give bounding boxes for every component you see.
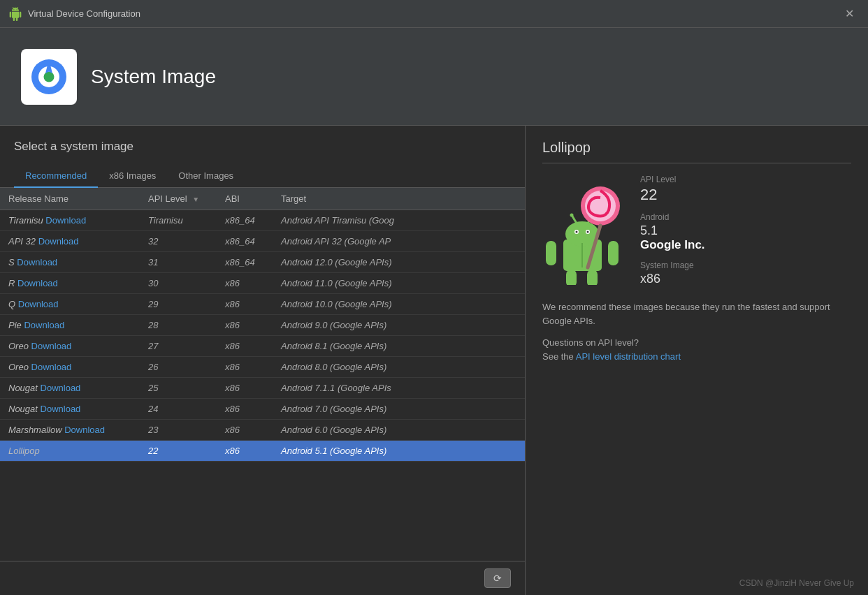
cell-abi: x86 [217, 441, 273, 462]
cell-target: Android 12.0 (Google APIs) [273, 252, 525, 273]
download-link[interactable]: Download [29, 341, 71, 351]
sort-icon: ▼ [192, 196, 199, 203]
cell-abi: x86 [217, 378, 273, 399]
cell-abi: x86_64 [217, 252, 273, 273]
download-link[interactable]: Download [15, 278, 57, 288]
svg-point-8 [587, 230, 589, 233]
close-button[interactable]: ✕ [839, 4, 860, 23]
cell-release-name: API 32 Download [0, 231, 140, 252]
header-logo [21, 49, 77, 105]
cell-target: Android 6.0 (Google APIs) [273, 420, 525, 441]
cell-abi: x86 [217, 420, 273, 441]
svg-point-11 [570, 213, 574, 216]
release-name-text: Nougat [8, 383, 38, 393]
cell-target: Android 7.1.1 (Google APIs [273, 378, 525, 399]
download-link[interactable]: Download [62, 425, 105, 435]
system-image-label: System Image [640, 260, 851, 270]
cell-target: Android 10.0 (Google APIs) [273, 294, 525, 315]
watermark: CSDN @JinziH Never Give Up [739, 578, 854, 588]
tab-x86images[interactable]: x86 Images [98, 165, 167, 188]
cell-release-name: Nougat Download [0, 378, 140, 399]
api-level-link[interactable]: API level distribution chart [576, 351, 681, 362]
tab-otherimages[interactable]: Other Images [167, 165, 245, 188]
cell-abi: x86 [217, 399, 273, 420]
title-bar: Virtual Device Configuration ✕ [0, 0, 868, 28]
api-question-text: Questions on API level? See the API leve… [542, 336, 851, 363]
download-link[interactable]: Download [15, 257, 57, 267]
cell-api-level: 24 [140, 399, 217, 420]
download-link[interactable]: Download [38, 383, 80, 393]
table-row[interactable]: Oreo Download27x86Android 8.1 (Google AP… [0, 336, 525, 357]
release-name-text: Pie [8, 320, 22, 330]
release-name-text: Oreo [8, 341, 29, 351]
tab-recommended[interactable]: Recommended [14, 165, 98, 188]
cell-api-level: 25 [140, 378, 217, 399]
release-name-text: Marshmallow [8, 425, 62, 435]
table-row[interactable]: Nougat Download25x86Android 7.1.1 (Googl… [0, 378, 525, 399]
cell-api-level: 31 [140, 252, 217, 273]
api-level-label: API Level [640, 175, 851, 184]
cell-target: Android API 32 (Google AP [273, 231, 525, 252]
svg-rect-15 [566, 270, 577, 285]
download-link[interactable]: Download [29, 362, 71, 372]
cell-release-name: R Download [0, 273, 140, 294]
svg-rect-14 [608, 241, 619, 265]
cell-target: Android 5.1 (Google APIs) [273, 441, 525, 462]
page-title: System Image [91, 66, 216, 88]
detail-body: API Level 22 Android 5.1 Google Inc. Sys… [542, 175, 851, 286]
refresh-button[interactable]: ⟳ [484, 568, 511, 588]
cell-release-name: Marshmallow Download [0, 420, 140, 441]
release-name-text: S [8, 257, 15, 267]
cell-api-level: 30 [140, 273, 217, 294]
cell-api-level: 26 [140, 357, 217, 378]
cell-api-level: 22 [140, 441, 217, 462]
android-label: Android [640, 212, 851, 222]
cell-abi: x86_64 [217, 231, 273, 252]
lollipop-svg [546, 177, 623, 285]
download-link[interactable]: Download [38, 404, 80, 414]
col-api-level[interactable]: API Level ▼ [140, 188, 217, 210]
download-link[interactable]: Download [43, 215, 86, 226]
cell-release-name: Lollipop [0, 441, 140, 462]
cell-target: Android API Tiramisu (Goog [273, 210, 525, 231]
lollipop-image [542, 175, 626, 286]
table-footer: ⟳ [0, 561, 525, 595]
system-image-table-container: Release Name API Level ▼ ABI Target [0, 188, 525, 561]
table-row[interactable]: Lollipop22x86Android 5.1 (Google APIs) [0, 441, 525, 462]
svg-point-2 [44, 71, 55, 82]
table-row[interactable]: R Download30x86Android 11.0 (Google APIs… [0, 273, 525, 294]
release-name-text: API 32 [8, 236, 36, 247]
cell-target: Android 9.0 (Google APIs) [273, 315, 525, 336]
col-target: Target [273, 188, 525, 210]
col-release-name: Release Name [0, 188, 140, 210]
detail-title: Lollipop [542, 140, 851, 163]
release-name-text: Oreo [8, 362, 29, 372]
table-row[interactable]: S Download31x86_64Android 12.0 (Google A… [0, 252, 525, 273]
table-row[interactable]: Pie Download28x86Android 9.0 (Google API… [0, 315, 525, 336]
table-row[interactable]: Marshmallow Download23x86Android 6.0 (Go… [0, 420, 525, 441]
cell-release-name: Oreo Download [0, 357, 140, 378]
table-row[interactable]: Tiramisu DownloadTiramisux86_64Android A… [0, 210, 525, 231]
cell-abi: x86 [217, 336, 273, 357]
cell-release-name: Pie Download [0, 315, 140, 336]
table-row[interactable]: API 32 Download32x86_64Android API 32 (G… [0, 231, 525, 252]
table-row[interactable]: Oreo Download26x86Android 8.0 (Google AP… [0, 357, 525, 378]
download-link[interactable]: Download [22, 320, 64, 330]
download-link[interactable]: Download [36, 236, 78, 247]
cell-api-level: 29 [140, 294, 217, 315]
cell-api-level: Tiramisu [140, 210, 217, 231]
tabs-container: Recommended x86 Images Other Images [0, 165, 525, 188]
svg-point-7 [576, 230, 578, 233]
main-content: Select a system image Recommended x86 Im… [0, 126, 868, 595]
cell-release-name: Nougat Download [0, 399, 140, 420]
table-row[interactable]: Q Download29x86Android 10.0 (Google APIs… [0, 294, 525, 315]
release-name-text: Q [8, 299, 15, 309]
cell-abi: x86 [217, 357, 273, 378]
android-icon [8, 7, 22, 21]
download-link[interactable]: Download [15, 299, 58, 309]
cell-target: Android 7.0 (Google APIs) [273, 399, 525, 420]
table-row[interactable]: Nougat Download24x86Android 7.0 (Google … [0, 399, 525, 420]
cell-api-level: 28 [140, 315, 217, 336]
left-panel: Select a system image Recommended x86 Im… [0, 126, 526, 595]
release-name-text: Lollipop [8, 446, 40, 456]
